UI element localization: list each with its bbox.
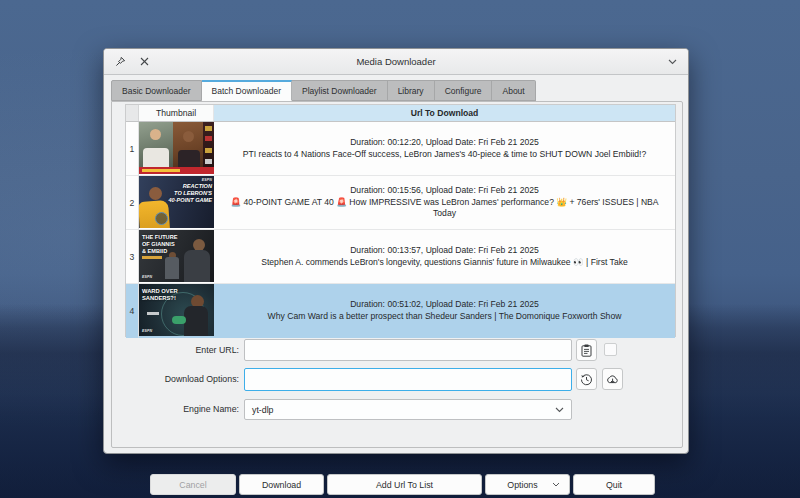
tab-about[interactable]: About [492, 80, 535, 101]
window-title: Media Downloader [104, 56, 688, 67]
tab-basic-downloader[interactable]: Basic Downloader [111, 80, 202, 101]
video-title: Stephen A. commends LeBron's longevity, … [261, 257, 628, 269]
tab-library[interactable]: Library [388, 80, 435, 101]
row-number-header [126, 105, 139, 121]
download-defaults-button[interactable] [602, 368, 623, 390]
table-header: Thumbnail Url To Download [126, 105, 675, 122]
batch-downloader-pane: Thumbnail Url To Download 1 [111, 101, 683, 448]
media-downloader-window: Media Downloader Basic Downloader Batch … [103, 48, 689, 454]
engine-select[interactable]: yt-dlp [244, 399, 572, 420]
paste-clipboard-button[interactable] [576, 339, 597, 361]
table-row-selected[interactable]: 4 WARD OVER SANDERS?! [126, 284, 675, 338]
engine-name-label: Engine Name: [124, 404, 239, 414]
cloud-download-icon [606, 374, 619, 385]
espn-logo: ESPN [142, 329, 152, 333]
history-clock-icon [580, 373, 593, 386]
cancel-button: Cancel [150, 474, 236, 495]
video-title: PTI reacts to 4 Nations Face-Off success… [243, 149, 646, 161]
tab-bar: Basic Downloader Batch Downloader Playli… [111, 80, 536, 101]
url-input[interactable] [244, 339, 572, 361]
video-thumbnail-ward-sanders: WARD OVER SANDERS?! ESPN [139, 284, 214, 336]
row-number: 2 [126, 176, 139, 230]
video-meta: Duration: 00:13:57, Upload Date: Fri Feb… [261, 245, 628, 257]
tab-configure[interactable]: Configure [435, 80, 493, 101]
url-column-header[interactable]: Url To Download [214, 105, 675, 121]
video-title: 🚨 40-POINT GAME AT 40 🚨 How IMPRESSIVE w… [221, 197, 668, 221]
video-thumbnail-pti [139, 122, 214, 174]
desktop-wallpaper: Media Downloader Basic Downloader Batch … [0, 0, 800, 498]
row-number: 4 [126, 284, 139, 338]
download-options-input[interactable] [244, 368, 572, 391]
url-table: Thumbnail Url To Download 1 [125, 104, 676, 337]
row-number: 3 [126, 230, 139, 284]
espn-logo: ESPN [142, 275, 152, 279]
espn-logo: ESPN [202, 178, 212, 182]
table-row[interactable]: 3 THE FUTURE OF GIANNIS & EMBIID [126, 230, 675, 284]
video-meta: Duration: 00:51:02, Upload Date: Fri Feb… [268, 299, 622, 311]
chevron-down-icon [555, 407, 564, 413]
video-meta: Duration: 00:15:56, Upload Date: Fri Feb… [221, 185, 668, 197]
table-row[interactable]: 1 Duratio [126, 122, 675, 176]
thumbnail-column-header[interactable]: Thumbnail [139, 105, 214, 121]
clipboard-icon [581, 344, 592, 357]
video-thumbnail-lebron-reaction: REACTION TO LEBRON'S 40-POINT GAME ESPN [139, 176, 214, 228]
video-thumbnail-giannis-embiid: THE FUTURE OF GIANNIS & EMBIID ESPN [139, 230, 214, 282]
add-url-to-list-button[interactable]: Add Url To List [327, 474, 482, 495]
video-title: Why Cam Ward is a better prospect than S… [268, 311, 622, 323]
options-history-button[interactable] [576, 368, 597, 390]
enter-url-label: Enter URL: [124, 345, 239, 355]
titlebar: Media Downloader [104, 49, 688, 75]
download-button[interactable]: Download [239, 474, 324, 495]
monitor-clipboard-checkbox[interactable] [604, 343, 617, 356]
video-meta: Duration: 00:12:20, Upload Date: Fri Feb… [243, 137, 646, 149]
download-options-label: Download Options: [124, 374, 239, 384]
tab-playlist-downloader[interactable]: Playlist Downloader [292, 80, 388, 101]
chevron-down-icon [552, 482, 560, 487]
options-button[interactable]: Options [485, 474, 570, 495]
engine-selected-value: yt-dlp [252, 405, 274, 415]
row-number: 1 [126, 122, 139, 176]
quit-button[interactable]: Quit [573, 474, 655, 495]
table-row[interactable]: 2 REACTION TO LEBRON'S 40-POINT GAME ES [126, 176, 675, 230]
tab-batch-downloader[interactable]: Batch Downloader [202, 80, 292, 101]
